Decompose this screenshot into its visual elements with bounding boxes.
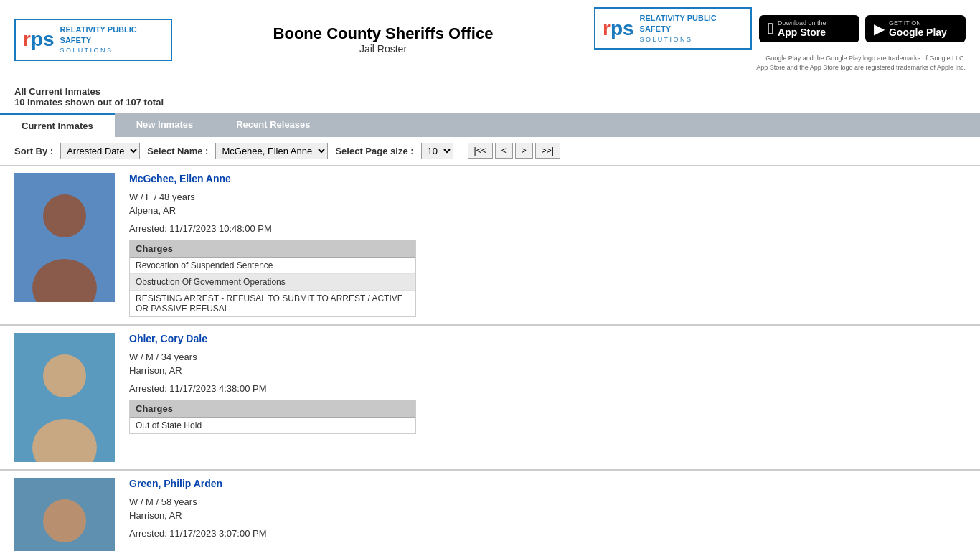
inmate-photo <box>14 333 115 462</box>
logo-tagline-left: Relativity Public Safety s o l u t i o n… <box>60 24 164 55</box>
sort-select[interactable]: Arrested Date <box>60 143 140 159</box>
logo-letters-right: rps <box>603 19 634 39</box>
app-store-button[interactable]:  Download on the App Store <box>759 15 859 42</box>
svg-point-1 <box>43 194 86 237</box>
logo-ps: ps <box>31 28 55 50</box>
inmate-name[interactable]: Green, Philip Arden <box>129 478 966 489</box>
charges-header: Charges <box>130 240 415 258</box>
table-row: McGehee, Ellen AnneW / F / 48 yearsAlpen… <box>0 166 980 326</box>
app-buttons:  Download on the App Store ▶ GET IT ON … <box>759 15 966 42</box>
svg-point-7 <box>43 499 86 542</box>
sort-label: Sort By : <box>14 146 53 156</box>
right-section: rps Relativity Public Safety s o l u t i… <box>594 7 966 72</box>
pagination-last[interactable]: >>| <box>535 143 560 159</box>
table-row: Ohler, Cory DaleW / M / 34 yearsHarrison… <box>0 326 980 471</box>
tab-recent-releases[interactable]: Recent Releases <box>215 113 331 137</box>
google-play-button[interactable]: ▶ GET IT ON Google Play <box>865 15 966 42</box>
table-row: Green, Philip ArdenW / M / 58 yearsHarri… <box>0 471 980 551</box>
name-select[interactable]: McGehee, Ellen Anne <box>215 143 328 159</box>
pagination-prev[interactable]: < <box>495 143 513 159</box>
inmate-details: Green, Philip ArdenW / M / 58 yearsHarri… <box>115 478 966 545</box>
header-title-block: Boone County Sheriffs Office Jail Roster <box>273 24 494 55</box>
pagination: |<< < > >>| <box>468 143 560 159</box>
charges-table: ChargesOut of State Hold <box>129 400 416 434</box>
inmate-photo <box>14 173 115 302</box>
app-disclaimer: Google Play and the Google Play logo are… <box>756 54 966 72</box>
inmate-race-gender-age: W / F / 48 years <box>129 192 966 202</box>
charge-row: RESISTING ARREST - REFUSAL TO SUBMIT TO … <box>130 291 415 316</box>
svg-point-4 <box>43 354 86 397</box>
charge-row: Obstruction Of Government Operations <box>130 274 415 291</box>
google-btn-text: GET IT ON Google Play <box>889 19 947 38</box>
inmate-location: Harrison, AR <box>129 510 966 521</box>
logo-right: rps Relativity Public Safety s o l u t i… <box>594 7 752 50</box>
page-size-select[interactable]: 10 <box>421 143 453 159</box>
inmate-details: McGehee, Ellen AnneW / F / 48 yearsAlpen… <box>115 173 966 317</box>
logo-left: rps Relativity Public Safety s o l u t i… <box>14 19 172 61</box>
controls-bar: Sort By : Arrested Date Select Name : Mc… <box>0 137 980 166</box>
inmate-race-gender-age: W / M / 34 years <box>129 352 966 362</box>
google-play-icon: ▶ <box>874 20 885 37</box>
logo-r: r <box>23 28 31 50</box>
inmate-name[interactable]: McGehee, Ellen Anne <box>129 173 966 184</box>
charges-table: ChargesRevocation of Suspended SentenceO… <box>129 240 416 317</box>
inmate-location: Harrison, AR <box>129 365 966 376</box>
pagination-first[interactable]: |<< <box>468 143 493 159</box>
page-subtitle: Jail Roster <box>273 43 494 55</box>
inmate-arrested-date: Arrested: 11/17/2023 4:38:00 PM <box>129 383 966 394</box>
inmate-arrested-date: Arrested: 11/17/2023 3:07:00 PM <box>129 528 966 539</box>
inmate-list: McGehee, Ellen AnneW / F / 48 yearsAlpen… <box>0 166 980 551</box>
tabs-bar: Current Inmates New Inmates Recent Relea… <box>0 113 980 137</box>
apple-btn-text: Download on the App Store <box>778 19 826 38</box>
inmate-race-gender-age: W / M / 58 years <box>129 496 966 507</box>
inmates-info: All Current Inmates 10 inmates shown out… <box>0 80 980 113</box>
name-label: Select Name : <box>147 146 208 156</box>
page-title: Boone County Sheriffs Office <box>273 24 494 43</box>
inmate-arrested-date: Arrested: 11/17/2023 10:48:00 PM <box>129 223 966 234</box>
tab-new-inmates[interactable]: New Inmates <box>115 113 215 137</box>
logo-letters: rps <box>23 29 55 50</box>
charge-row: Out of State Hold <box>130 418 415 433</box>
charges-header: Charges <box>130 400 415 418</box>
page-size-label: Select Page size : <box>335 146 413 156</box>
inmates-line1: All Current Inmates <box>14 86 966 97</box>
logo-tagline-right: Relativity Public Safety s o l u t i o n… <box>640 13 743 44</box>
apple-icon:  <box>768 19 773 38</box>
inmate-photo <box>14 478 115 551</box>
inmate-name[interactable]: Ohler, Cory Dale <box>129 333 966 344</box>
pagination-next[interactable]: > <box>515 143 533 159</box>
inmates-line2: 10 inmates shown out of 107 total <box>14 97 966 108</box>
inmate-details: Ohler, Cory DaleW / M / 34 yearsHarrison… <box>115 333 966 434</box>
tab-current-inmates[interactable]: Current Inmates <box>0 113 115 137</box>
page-header: rps Relativity Public Safety s o l u t i… <box>0 0 980 80</box>
inmate-location: Alpena, AR <box>129 205 966 216</box>
charge-row: Revocation of Suspended Sentence <box>130 258 415 274</box>
